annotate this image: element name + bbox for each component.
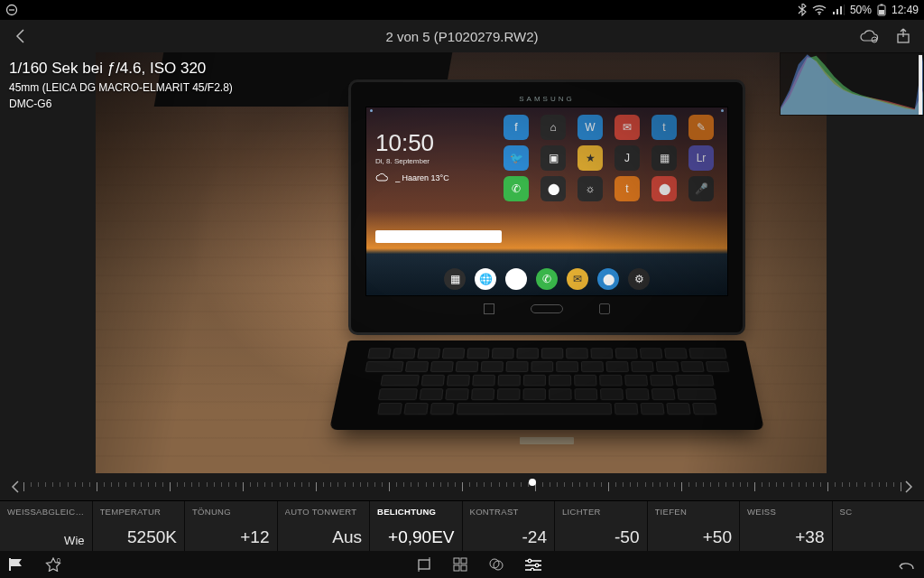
notification-icon [5, 4, 18, 16]
tablet-home-btn [531, 304, 563, 313]
param-shad[interactable]: TIEFEN+50 [647, 501, 740, 551]
param-value: 5250K [100, 527, 178, 547]
svg-rect-18 [461, 565, 467, 571]
tablet-dock: ▦🌐▶✆✉⬤⚙ [366, 268, 727, 290]
crop-icon[interactable] [416, 556, 432, 573]
undo-icon[interactable] [897, 558, 915, 571]
presets-icon[interactable] [452, 556, 468, 573]
adjust-icon[interactable] [524, 558, 542, 571]
svg-rect-12 [419, 560, 430, 569]
svg-point-20 [494, 561, 503, 570]
param-label: TEMPERATUR [100, 507, 178, 517]
page-title: 2 von 5 (P1020279.RW2) [94, 29, 830, 44]
tablet-search-bar [375, 230, 502, 243]
param-black[interactable]: SC [832, 501, 925, 551]
tablet-keyboard [329, 340, 764, 430]
svg-rect-17 [454, 565, 459, 571]
develop-params: WEISSABGLEICH…WieTEMPERATUR5250KTÖNUNG+1… [0, 500, 924, 551]
param-label: TIEFEN [655, 507, 733, 517]
param-label: WEISS [747, 507, 825, 517]
param-value: +38 [747, 527, 825, 547]
exif-overlay: 1/160 Sek bei ƒ/4.6, ISO 320 45mm (LEICA… [9, 60, 233, 110]
param-autotone[interactable]: AUTO TONWERTAus [277, 501, 370, 551]
battery-pct: 50% [850, 4, 872, 16]
photo-viewer[interactable]: SAMSUNG 10:50 Di, 8. September ⎯ Haaren … [0, 52, 924, 473]
param-label: WEISSABGLEICH… [7, 507, 85, 517]
bluetooth-icon [798, 4, 807, 16]
param-value: Aus [285, 527, 363, 547]
android-statusbar: 50% 12:49 [0, 0, 924, 20]
param-value: +12 [192, 527, 270, 547]
share-icon[interactable] [895, 28, 911, 44]
svg-rect-5 [879, 10, 884, 14]
tablet-app-grid: f⌂W✉t✎ 🐦▣★J▦Lr ✆⬤☼t⬤🎤 [504, 115, 720, 201]
clock: 12:49 [892, 4, 919, 16]
star-rating-icon[interactable]: 0 [45, 557, 61, 572]
app-topbar: 2 von 5 (P1020279.RW2) [0, 20, 924, 52]
exif-camera: DMC-G6 [9, 98, 233, 110]
param-value: -50 [562, 527, 640, 547]
param-value: +50 [655, 527, 733, 547]
svg-point-26 [531, 568, 534, 571]
adjust-ruler[interactable] [23, 479, 901, 495]
tablet-date: Di, 8. September [375, 157, 434, 165]
tablet-back-btn [599, 303, 610, 314]
param-label: AUTO TONWERT [285, 507, 363, 517]
param-label: LICHTER [562, 507, 640, 517]
tablet-clock: 10:50 [375, 129, 434, 157]
svg-point-19 [490, 559, 499, 568]
histogram[interactable] [780, 52, 924, 116]
param-white[interactable]: WEISS+38 [739, 501, 832, 551]
param-label: BELICHTUNG [377, 507, 455, 517]
ruler-right-arrow[interactable] [901, 480, 917, 493]
exif-lens: 45mm (LEICA DG MACRO-ELMARIT 45/F2.8) [9, 81, 233, 94]
color-icon[interactable] [488, 556, 504, 573]
param-tint[interactable]: TÖNUNG+12 [184, 501, 277, 551]
param-label: TÖNUNG [192, 507, 270, 517]
svg-text:0: 0 [57, 557, 60, 564]
param-contrast[interactable]: KONTRAST-24 [462, 501, 555, 551]
param-exposure[interactable]: BELICHTUNG+0,90EV [369, 501, 462, 551]
svg-rect-9 [919, 55, 922, 115]
param-value: -24 [470, 527, 548, 547]
bottom-toolbar: 0 [0, 551, 924, 578]
back-icon[interactable] [13, 28, 29, 44]
cloud-sync-icon[interactable] [859, 29, 879, 43]
exif-exposure: 1/160 Sek bei ƒ/4.6, ISO 320 [9, 60, 233, 78]
svg-point-2 [818, 14, 820, 15]
signal-icon [832, 5, 845, 15]
svg-point-24 [535, 564, 539, 567]
param-wb[interactable]: WEISSABGLEICH…Wie [0, 501, 92, 551]
param-value: Wie [7, 534, 85, 547]
param-high[interactable]: LICHTER-50 [554, 501, 647, 551]
ruler-left-arrow[interactable] [7, 480, 23, 493]
adjust-ruler-row [0, 473, 924, 500]
svg-rect-16 [461, 558, 467, 564]
param-temp[interactable]: TEMPERATUR5250K [92, 501, 185, 551]
svg-rect-15 [454, 558, 459, 564]
param-value: +0,90EV [377, 527, 455, 547]
ruler-marker[interactable] [529, 479, 536, 486]
battery-icon [877, 4, 886, 16]
wifi-icon [812, 5, 827, 15]
flag-icon[interactable] [9, 558, 25, 571]
tablet-recent-btn [484, 303, 494, 314]
svg-point-22 [528, 559, 531, 563]
param-label: SC [840, 507, 918, 517]
param-label: KONTRAST [470, 507, 548, 517]
tablet-brand: SAMSUNG [365, 95, 728, 103]
photo-surface[interactable]: SAMSUNG 10:50 Di, 8. September ⎯ Haaren … [96, 52, 827, 473]
svg-rect-4 [880, 5, 882, 6]
